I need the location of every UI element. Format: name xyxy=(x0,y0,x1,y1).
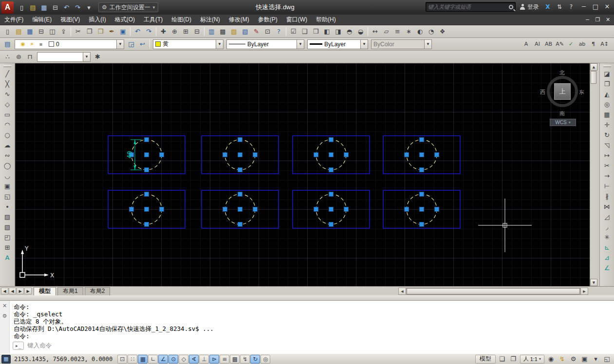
grip[interactable] xyxy=(145,138,149,142)
trim-button[interactable]: ✂ xyxy=(601,161,613,171)
viewcube[interactable]: 北 南 西 东 上 xyxy=(544,69,581,116)
table-button[interactable]: ⊞ xyxy=(2,242,13,253)
3d-orbit-button[interactable]: ◔ xyxy=(426,26,437,36)
spell-check-button[interactable]: ✓ xyxy=(565,39,577,49)
layer-freeze-button[interactable]: ☀ xyxy=(27,40,36,48)
grip[interactable] xyxy=(435,153,439,157)
qnew-button[interactable]: ▯ xyxy=(16,2,27,13)
qnew-button[interactable]: ▯ xyxy=(2,26,13,36)
coordinates-readout[interactable]: 2153.1435, 7569.0023, 0.0000 xyxy=(12,356,116,363)
snap-mode-toggle[interactable]: ∷ xyxy=(128,355,137,364)
menu-item-help[interactable]: 帮助(H) xyxy=(312,15,340,25)
viewcube-west[interactable]: 西 xyxy=(540,89,545,96)
selection-cycling-toggle[interactable]: ↻ xyxy=(250,355,260,364)
object-snap-toggle[interactable]: ⊙ xyxy=(168,355,178,364)
distance-button[interactable]: ↔ xyxy=(370,26,381,36)
customize-icon[interactable]: ⚙ xyxy=(2,313,7,319)
bring-above-button[interactable]: ◓ xyxy=(344,26,355,36)
menu-item-window[interactable]: 窗口(W) xyxy=(282,15,312,25)
zoom-window-button[interactable]: ⊞ xyxy=(180,26,191,36)
toolbar-grip[interactable] xyxy=(603,65,611,67)
quick-properties-toggle[interactable]: ↯ xyxy=(240,355,250,364)
help-button[interactable]: ? xyxy=(566,2,576,12)
layer-properties-manager-button[interactable]: ▤ xyxy=(2,39,13,49)
save-button[interactable]: ▦ xyxy=(38,2,50,13)
transparency-toggle[interactable]: ▩ xyxy=(230,355,240,364)
quick-select-button[interactable]: ☑ xyxy=(288,26,299,36)
gradient-button[interactable]: ▧ xyxy=(2,222,13,232)
first-tab-button[interactable]: ◀ xyxy=(1,288,8,294)
properties-palette-button[interactable]: ▥ xyxy=(206,26,217,36)
grip[interactable] xyxy=(435,207,439,212)
osnap-settings-button[interactable]: ✱ xyxy=(92,52,103,62)
zoom-previous-button[interactable]: ⊟ xyxy=(191,26,203,36)
grip[interactable] xyxy=(253,153,258,157)
menu-item-modify[interactable]: 修改(M) xyxy=(224,15,254,25)
dimension-text[interactable]: 40 xyxy=(126,151,133,159)
signin-button[interactable]: 登录 xyxy=(518,2,541,12)
single-line-text-button[interactable]: AI xyxy=(532,39,543,49)
pan-realtime-button[interactable]: ✚ xyxy=(158,26,169,36)
draw-order-back-button[interactable]: ◨ xyxy=(333,26,344,36)
region-button[interactable]: ◰ xyxy=(2,232,13,242)
rectangle-button[interactable]: ▭ xyxy=(2,109,13,120)
multiline-text-button[interactable]: AB xyxy=(543,39,554,49)
close-icon[interactable]: ✕ xyxy=(2,303,7,309)
drawing-canvas[interactable]: 40YX 北 南 西 东 上 WCS ▾ xyxy=(15,63,590,286)
menu-item-dimension[interactable]: 标注(N) xyxy=(196,15,224,25)
auto-annotation-scale-button[interactable]: ↯ xyxy=(557,354,568,364)
array-button[interactable]: ▦ xyxy=(601,109,613,120)
group-button[interactable]: ❑ xyxy=(299,26,310,36)
grip[interactable] xyxy=(223,153,227,157)
grip[interactable] xyxy=(329,153,334,157)
paste-clip-button[interactable]: ❒ xyxy=(95,26,106,36)
scale-button[interactable]: ◹ xyxy=(601,140,613,150)
viewcube-north[interactable]: 北 xyxy=(559,69,565,76)
grip[interactable] xyxy=(238,222,242,227)
grid-display-toggle[interactable]: ▦ xyxy=(138,355,148,364)
undo-button[interactable]: ↶ xyxy=(132,26,143,36)
qat-menu-button[interactable]: ▾ xyxy=(83,2,94,13)
layer-lock-button[interactable]: ▪ xyxy=(37,40,45,48)
doc-restore-button[interactable]: ❐ xyxy=(593,16,603,24)
plot-button[interactable]: ⊟ xyxy=(50,2,61,13)
quickcalc-button[interactable]: ⊡ xyxy=(262,26,273,36)
grip[interactable] xyxy=(314,153,318,157)
grip[interactable] xyxy=(238,207,242,212)
draw-order-front-button[interactable]: ◧ xyxy=(321,26,333,36)
grip[interactable] xyxy=(405,153,409,157)
grip[interactable] xyxy=(314,207,318,212)
next-tab-button[interactable]: ▶ xyxy=(17,288,24,294)
plot-button[interactable]: ⊟ xyxy=(36,26,47,36)
open-button[interactable]: ▤ xyxy=(27,2,38,13)
grip[interactable] xyxy=(344,207,349,212)
infocenter-search[interactable] xyxy=(426,2,516,12)
lineweight-dropdown[interactable]: ByLayer ▼ xyxy=(307,39,368,49)
last-tab-button[interactable]: ▶ xyxy=(24,288,32,294)
transfer-icon[interactable]: ⇅ xyxy=(555,2,564,12)
polyline-button[interactable]: ∿ xyxy=(2,89,13,99)
toolbar-lock-button[interactable]: ▣ xyxy=(579,354,590,364)
grip[interactable] xyxy=(145,207,149,212)
exchange-apps-button[interactable]: X xyxy=(543,2,553,12)
scale-text-button[interactable]: A↕ xyxy=(599,39,610,49)
drawing-entities[interactable]: 40YX xyxy=(15,63,590,286)
prev-tab-button[interactable]: ◀ xyxy=(9,288,16,294)
search-icon[interactable] xyxy=(509,5,513,9)
app-logo-icon[interactable]: A xyxy=(1,1,14,14)
grip[interactable] xyxy=(329,207,334,212)
offset-button[interactable]: ◎ xyxy=(601,99,613,109)
osnap-dropdown[interactable]: ▼ xyxy=(37,52,91,62)
window-maximize-button[interactable]: □ xyxy=(590,1,601,11)
block-editor-button[interactable]: ▣ xyxy=(117,26,129,36)
model-space-button[interactable]: 模型 xyxy=(475,355,496,364)
zoom-realtime-button[interactable]: ⊕ xyxy=(169,26,180,36)
tool-palettes-button[interactable]: ▨ xyxy=(228,26,240,36)
menu-item-edit[interactable]: 编辑(E) xyxy=(28,15,56,25)
scroll-up-button[interactable]: ▲ xyxy=(590,63,597,71)
annotation-scale-button[interactable]: 人 1:1 ▾ xyxy=(520,355,544,364)
grip[interactable] xyxy=(329,138,334,142)
save-button[interactable]: ▦ xyxy=(24,26,36,36)
tab-layout2[interactable]: 布局2 xyxy=(85,287,111,295)
scroll-left-button[interactable]: ◀ xyxy=(399,288,406,294)
